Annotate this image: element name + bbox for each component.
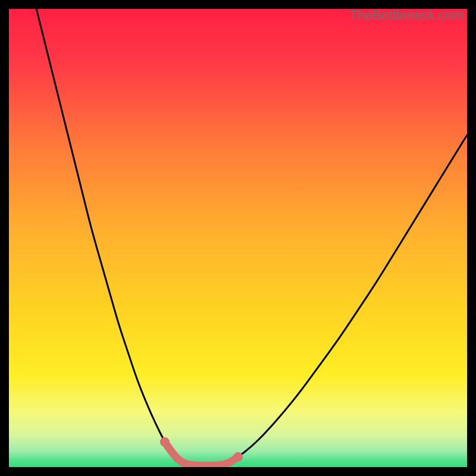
bottleneck-chart	[9, 9, 467, 467]
chart-frame: TheBottleneck.com	[9, 9, 467, 467]
gradient-background	[9, 9, 467, 467]
attribution-text: TheBottleneck.com	[349, 8, 464, 23]
valley-end-dot	[233, 452, 243, 462]
valley-start-dot	[160, 437, 170, 447]
